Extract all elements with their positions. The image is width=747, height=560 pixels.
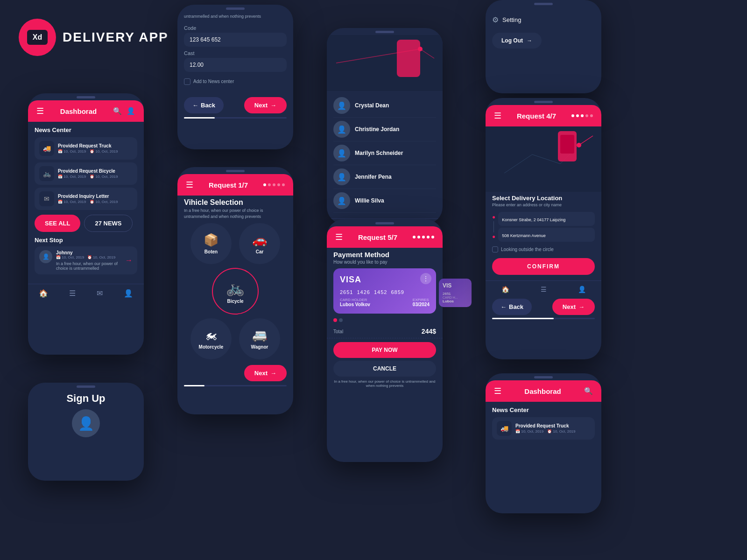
total-row: Total 244$: [327, 325, 443, 338]
search-icon[interactable]: 🔍: [113, 107, 122, 115]
vehicle-bicycle[interactable]: 🚲 Bicycle: [212, 268, 259, 315]
phone-vehicle: ☰ Request 1/7 Vihicle Selection In a fre…: [177, 167, 293, 414]
svg-rect-4: [397, 40, 420, 77]
dashboard2-menu-icon[interactable]: ☰: [494, 386, 501, 396]
visa-partial-holder-label: CARD H...: [443, 296, 468, 299]
form-section: Code Cast Add to News center: [177, 21, 293, 93]
delivery-person-icon[interactable]: 👤: [578, 286, 586, 293]
menu-icon[interactable]: ☰: [36, 106, 44, 116]
wagnor-icon: 🚐: [252, 328, 267, 343]
visa-partial-label: VIS: [443, 282, 468, 289]
notch-6: [375, 222, 394, 224]
visa-partial-number: 2651: [443, 292, 468, 296]
news-center-heading: News Center: [35, 126, 137, 133]
visa-partial-holder: Lubos: [443, 299, 468, 303]
visa-card: VISA ⋮ 2651 1426 1452 6859 CARD HOLDER L…: [333, 268, 436, 314]
team-item-5: 👤 Willie Silva: [333, 189, 436, 213]
vehicle-car[interactable]: 🚗 Car: [239, 223, 280, 264]
location-dot-top: ●: [492, 214, 495, 220]
expires-label: EXPIRES: [413, 298, 430, 302]
delivery-map-svg: [486, 126, 601, 192]
card-holder-value: Lubos Volkov: [340, 302, 370, 307]
bicycle-vehicle-icon: 🚲: [226, 279, 245, 297]
person-nav-icon[interactable]: 👤: [124, 289, 133, 298]
delivery-back-button[interactable]: ← Back: [492, 299, 532, 315]
expires-value: 03/2024: [413, 302, 430, 307]
outside-circle-checkbox[interactable]: [492, 246, 498, 252]
notch-4: [226, 170, 245, 172]
app-title: DELIVERY APP: [63, 30, 169, 45]
setting-label: Setting: [502, 16, 521, 23]
outside-circle-row: Looking outside the circle: [486, 244, 601, 255]
vehicle-next-button[interactable]: Next →: [244, 365, 287, 381]
settings-content: ⚙ Setting Log Out →: [486, 7, 601, 58]
notch-7: [534, 3, 553, 5]
dashboard2-news-meta: 📅 10, Oct, 2019⏰ 10, Oct, 2019: [515, 429, 576, 434]
phone-dashboard2: ☰ Dashborad 🔍 News Center 🚚 Provided Req…: [486, 373, 601, 513]
christine-name: Christine Jordan: [355, 126, 399, 133]
notification-icon[interactable]: 👤: [127, 107, 135, 115]
confirm-button[interactable]: CONFIRM: [492, 258, 595, 275]
outside-circle-label: Looking outside the circle: [501, 247, 554, 252]
delivery-nav-row: ← Back Next →: [486, 297, 601, 318]
setting-row: ⚙ Setting: [492, 12, 595, 28]
marilyn-name: Marilyn Schneider: [355, 150, 403, 156]
see-all-button[interactable]: SEE ALL: [35, 215, 80, 232]
delivery-header-title: Request 4/7: [501, 112, 571, 120]
delivery-home-icon[interactable]: 🏠: [501, 286, 509, 293]
card-holder-label: CARD HOLDER: [340, 298, 370, 302]
team-map-area: [327, 35, 443, 91]
payment-footer-text: In a free hour, when our power of choice…: [327, 377, 443, 391]
card-options-button[interactable]: ⋮: [420, 273, 431, 284]
team-item-2: 👤 Christine Jordan: [333, 118, 436, 141]
delivery-list-icon[interactable]: ☰: [541, 286, 547, 293]
dashboard-header: ☰ Dashborad 🔍 👤: [28, 100, 144, 122]
vehicle-menu-icon[interactable]: ☰: [186, 180, 193, 190]
delivery-next-button[interactable]: Next →: [552, 299, 595, 315]
mail-nav-icon[interactable]: ✉: [97, 289, 103, 298]
delivery-bottom-nav: 🏠 ☰ 👤: [486, 280, 601, 297]
team-item-1: 👤 Crystal Dean: [333, 94, 436, 118]
news-checkbox[interactable]: [184, 78, 190, 85]
payment-card-dots: [327, 318, 443, 325]
notch-2: [77, 385, 95, 388]
cast-input[interactable]: [184, 58, 287, 72]
delivery-menu-icon[interactable]: ☰: [494, 111, 501, 121]
stop-desc: In a free hour, when our power of choice…: [56, 261, 121, 271]
logout-button[interactable]: Log Out →: [492, 33, 542, 49]
home-nav-icon[interactable]: 🏠: [39, 289, 48, 298]
svg-rect-0: [327, 35, 443, 91]
payment-header: ☰ Request 5/7: [327, 226, 443, 248]
signup-title: Sign Up: [28, 392, 144, 405]
news-title-3: Provided Inquiry Letter: [58, 194, 118, 199]
news-meta-1: 📅 10, Oct, 2019⏰ 10, Oct, 2019: [58, 149, 118, 154]
delivery-progress-bar: [492, 318, 595, 319]
boten-icon: 📦: [204, 233, 218, 247]
vehicle-motorcycle[interactable]: 🏍 Motorcycle: [190, 318, 232, 359]
back-button-form[interactable]: ← Back: [184, 97, 224, 113]
dashboard2-content: News Center 🚚 Provided Request Truck 📅 1…: [486, 402, 601, 447]
vehicle-wagnor[interactable]: 🚐 Wagnor: [239, 318, 280, 359]
vehicle-next-row: Next →: [177, 363, 293, 385]
code-input[interactable]: [184, 33, 287, 47]
pay-now-button[interactable]: PAY NOW: [333, 342, 436, 358]
vehicle-boten[interactable]: 📦 Boten: [190, 223, 232, 264]
news-count-button[interactable]: 27 NEWS: [84, 215, 132, 232]
phone-delivery: ☰ Request 4/7 Select Delivery Location P…: [486, 98, 601, 359]
news-title-1: Provided Request Truck: [58, 143, 118, 148]
total-value: 244$: [422, 328, 436, 335]
next-button-form[interactable]: Next →: [244, 97, 287, 113]
team-item-3: 👤 Marilyn Schneider: [333, 141, 436, 165]
list-nav-icon[interactable]: ☰: [69, 289, 76, 298]
phone-team: 👤 Crystal Dean 👤 Christine Jordan 👤 Mari…: [327, 28, 443, 224]
motorcycle-icon: 🏍: [205, 328, 217, 343]
dashboard2-search-icon[interactable]: 🔍: [584, 387, 593, 395]
stop-meta: 📅 10, Oct, 2019 ⏰ 10, Oct, 2019: [56, 255, 121, 259]
delivery-progress-dots: [571, 114, 593, 117]
dashboard2-title: Dashborad: [501, 387, 584, 395]
location-texts: Konsner Strabe, 2 04177 Laipzing 508 Ker…: [498, 212, 595, 242]
letter-icon: ✉: [39, 191, 54, 206]
cancel-button[interactable]: CANCLE: [333, 361, 436, 377]
news-item-2: 🚲 Provided Request Bicycle 📅 10, Oct, 20…: [35, 162, 137, 185]
payment-menu-icon[interactable]: ☰: [335, 232, 343, 242]
